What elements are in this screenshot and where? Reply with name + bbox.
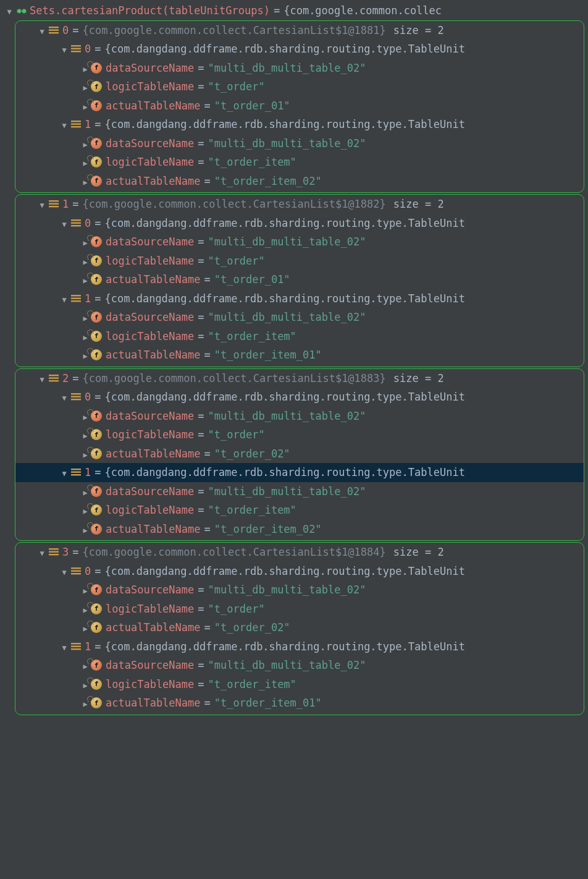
group-header-row[interactable]: 3 = {com.google.common.collect.Cartesian…: [15, 543, 584, 562]
equals-sign: =: [198, 311, 204, 323]
equals-sign: =: [94, 565, 101, 577]
field-icon: f: [91, 100, 102, 111]
field-row[interactable]: f actualTableName = "t_order_01": [15, 96, 584, 116]
field-name: actualTableName: [106, 697, 201, 709]
expand-icon[interactable]: [36, 372, 48, 384]
field-row[interactable]: f actualTableName = "t_order_01": [15, 270, 584, 289]
group-header-row[interactable]: 2 = {com.google.common.collect.Cartesian…: [15, 369, 584, 388]
field-row[interactable]: f logicTableName = "t_order": [15, 425, 584, 444]
field-row[interactable]: f actualTableName = "t_order_item_01": [15, 694, 584, 713]
unit-header-row[interactable]: 0 = {com.dangdang.ddframe.rdb.sharding.r…: [15, 40, 584, 59]
svg-rect-16: [71, 225, 81, 226]
unit-class: {com.dangdang.ddframe.rdb.sharding.routi…: [105, 43, 465, 55]
expand-icon[interactable]: [59, 565, 70, 577]
field-row[interactable]: f dataSourceName = "multi_db_multi_table…: [15, 232, 584, 252]
expand-icon[interactable]: [59, 640, 70, 653]
svg-rect-11: [49, 200, 59, 202]
field-row[interactable]: f dataSourceName = "multi_db_multi_table…: [15, 656, 584, 675]
unit-index: 1: [85, 118, 91, 130]
debug-tree[interactable]: Sets.cartesianProduct(tableUnitGroups) =…: [0, 0, 588, 723]
equals-sign: =: [72, 546, 78, 558]
field-name: logicTableName: [106, 80, 194, 93]
field-icon: f: [91, 448, 102, 459]
group-header-row[interactable]: 0 = {com.google.common.collect.Cartesian…: [15, 21, 584, 40]
field-name: dataSourceName: [106, 311, 194, 323]
unit-header-row[interactable]: 0 = {com.dangdang.ddframe.rdb.sharding.r…: [15, 388, 584, 407]
svg-rect-22: [49, 380, 59, 381]
field-row[interactable]: f dataSourceName = "multi_db_multi_table…: [15, 580, 584, 600]
field-name: dataSourceName: [106, 410, 194, 422]
group-header-row[interactable]: 1 = {com.google.common.collect.Cartesian…: [15, 195, 584, 214]
group-index: 2: [62, 372, 69, 384]
group-class: {com.google.common.collect.CartesianList…: [83, 198, 386, 210]
field-name: actualTableName: [106, 100, 201, 112]
field-icon: f: [91, 349, 102, 360]
field-row[interactable]: f dataSourceName = "multi_db_multi_table…: [15, 59, 584, 78]
field-row[interactable]: f logicTableName = "t_order": [15, 77, 584, 96]
equals-sign: =: [94, 292, 101, 305]
svg-rect-33: [71, 570, 81, 571]
field-name: dataSourceName: [106, 485, 194, 498]
field-row[interactable]: f actualTableName = "t_order_item_02": [15, 520, 584, 539]
expand-icon[interactable]: [36, 546, 48, 558]
field-icon: f: [91, 255, 102, 266]
unit-header-row[interactable]: 1 = {com.dangdang.ddframe.rdb.sharding.r…: [15, 637, 584, 656]
field-icon: f: [91, 331, 102, 342]
expand-icon[interactable]: [59, 466, 70, 478]
expand-icon[interactable]: [59, 43, 70, 55]
field-name: actualTableName: [106, 448, 201, 460]
field-row[interactable]: f logicTableName = "t_order_item": [15, 675, 584, 694]
expand-icon[interactable]: [59, 391, 70, 403]
unit-class: {com.dangdang.ddframe.rdb.sharding.routi…: [105, 565, 465, 577]
expand-icon[interactable]: [59, 292, 70, 305]
field-row[interactable]: f actualTableName = "t_order_02": [15, 618, 584, 637]
field-row[interactable]: f logicTableName = "t_order_item": [15, 327, 584, 346]
field-value: "multi_db_multi_table_02": [208, 410, 366, 422]
unit-header-row[interactable]: 1 = {com.dangdang.ddframe.rdb.sharding.r…: [15, 463, 584, 482]
field-row[interactable]: f dataSourceName = "multi_db_multi_table…: [15, 482, 584, 501]
equals-sign: =: [94, 391, 101, 403]
svg-rect-3: [49, 29, 59, 30]
field-row[interactable]: f logicTableName = "t_order_item": [15, 153, 584, 172]
expand-icon[interactable]: [36, 24, 48, 36]
field-name: logicTableName: [106, 428, 194, 441]
field-row[interactable]: f actualTableName = "t_order_item_02": [15, 172, 584, 191]
field-row[interactable]: f dataSourceName = "multi_db_multi_table…: [15, 134, 584, 153]
list-icon: [70, 120, 82, 129]
svg-point-0: [17, 9, 22, 14]
list-icon: [70, 45, 82, 53]
equals-sign: =: [198, 156, 204, 168]
field-value: "t_order_02": [214, 448, 290, 460]
expand-icon[interactable]: [36, 198, 48, 210]
equals-sign: =: [198, 255, 204, 267]
field-row[interactable]: f logicTableName = "t_order_item": [15, 501, 584, 520]
equals-sign: =: [204, 523, 211, 535]
svg-rect-2: [49, 27, 59, 28]
field-icon: f: [91, 81, 102, 92]
expand-icon[interactable]: [59, 217, 70, 229]
expand-icon[interactable]: [59, 118, 70, 130]
field-row[interactable]: f logicTableName = "t_order": [15, 252, 584, 271]
field-icon: f: [91, 584, 102, 595]
unit-header-row[interactable]: 1 = {com.dangdang.ddframe.rdb.sharding.r…: [15, 289, 584, 308]
tree-root-row[interactable]: Sets.cartesianProduct(tableUnitGroups) =…: [0, 1, 588, 20]
field-row[interactable]: f actualTableName = "t_order_item_01": [15, 346, 584, 365]
group-highlight-box: 2 = {com.google.common.collect.Cartesian…: [15, 368, 584, 541]
unit-header-row[interactable]: 0 = {com.dangdang.ddframe.rdb.sharding.r…: [15, 214, 584, 233]
field-name: actualTableName: [106, 175, 201, 187]
equals-sign: =: [198, 659, 204, 671]
equals-sign: =: [72, 24, 78, 36]
expand-icon[interactable]: [4, 4, 15, 17]
field-row[interactable]: f logicTableName = "t_order": [15, 600, 584, 619]
unit-header-row[interactable]: 0 = {com.dangdang.ddframe.rdb.sharding.r…: [15, 562, 584, 581]
unit-index: 1: [85, 292, 91, 305]
field-row[interactable]: f actualTableName = "t_order_02": [15, 444, 584, 464]
field-icon: f: [91, 236, 102, 247]
field-row[interactable]: f dataSourceName = "multi_db_multi_table…: [15, 308, 584, 327]
field-name: dataSourceName: [106, 236, 194, 248]
field-row[interactable]: f dataSourceName = "multi_db_multi_table…: [15, 407, 584, 426]
unit-class: {com.dangdang.ddframe.rdb.sharding.routi…: [105, 391, 465, 403]
field-icon: f: [91, 429, 102, 440]
svg-rect-8: [71, 121, 81, 122]
unit-header-row[interactable]: 1 = {com.dangdang.ddframe.rdb.sharding.r…: [15, 115, 584, 134]
